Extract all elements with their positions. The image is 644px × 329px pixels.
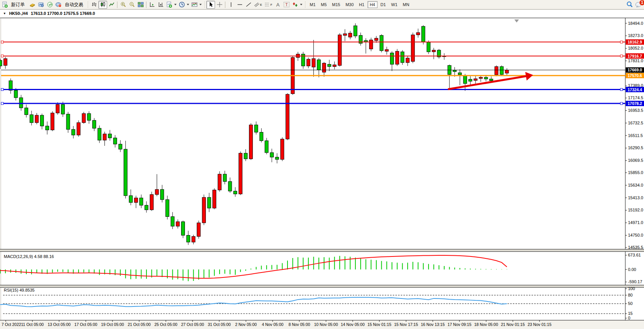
toolbar-separator xyxy=(117,2,117,8)
timeframe-button-m1[interactable]: M1 xyxy=(307,1,318,8)
search-button[interactable] xyxy=(625,1,634,9)
line-chart-mode-button[interactable] xyxy=(107,1,116,9)
text-label-tool-button[interactable]: T xyxy=(282,1,291,9)
channel-tool-button[interactable]: E xyxy=(253,1,263,9)
toolbar-grip[interactable] xyxy=(204,2,205,8)
price-tick-label: 15634.0 xyxy=(628,183,643,187)
chart-window[interactable]: 18494.018273.018052.017831.017610.017389… xyxy=(0,10,644,329)
bear-candle-body xyxy=(490,79,493,81)
timeframe-button-h1[interactable]: H1 xyxy=(357,1,367,8)
time-axis-label: 13 Oct 05:00 xyxy=(48,322,71,327)
bull-candle-body xyxy=(4,59,7,66)
timeframe-button-m5[interactable]: M5 xyxy=(319,1,329,8)
main-toolbar: 新订单 自动交易 xyxy=(0,0,644,10)
line-handle[interactable] xyxy=(1,102,3,105)
line-handle[interactable] xyxy=(1,41,3,43)
line-handle[interactable] xyxy=(1,89,3,91)
fibo-letter: F xyxy=(270,3,272,6)
vertical-line-tool-button[interactable] xyxy=(226,1,235,9)
timeframe-button-m15[interactable]: M15 xyxy=(330,1,342,8)
signals-button[interactable] xyxy=(45,1,54,9)
pane-splitter[interactable] xyxy=(0,285,644,287)
line-handle[interactable] xyxy=(1,55,3,57)
chart-canvas[interactable]: 18494.018273.018052.017831.017610.017389… xyxy=(0,10,644,329)
time-axis-label: 23 Nov 01:15 xyxy=(528,322,552,327)
bear-candle-body xyxy=(223,174,226,181)
bull-candle-body xyxy=(505,70,509,73)
timeframe-button-w1[interactable]: W1 xyxy=(389,1,400,8)
bear-candle-body xyxy=(380,35,383,51)
label-tool-letter: T xyxy=(284,2,289,7)
candlestick-mode-button[interactable] xyxy=(98,1,107,9)
bear-candle-body xyxy=(61,105,64,114)
timeframe-button-m30[interactable]: M30 xyxy=(343,1,356,8)
bull-candle-body xyxy=(348,33,352,37)
bear-candle-body xyxy=(119,144,122,149)
fibonacci-tool-button[interactable]: F xyxy=(263,1,273,9)
crosshair-tool-button[interactable] xyxy=(215,1,224,9)
price-tick-label: 17831.0 xyxy=(628,58,643,63)
trendline-tool-button[interactable] xyxy=(244,1,253,9)
text-tool-letter: A xyxy=(276,2,279,8)
price-tag-label: 17669.0 xyxy=(628,68,642,72)
new-order-button[interactable]: 新订单 xyxy=(1,1,28,9)
bar-chart-icon xyxy=(91,2,97,8)
auto-scroll-button[interactable] xyxy=(148,1,156,9)
toolbar-grip[interactable] xyxy=(87,2,88,8)
line-handle[interactable] xyxy=(620,89,623,91)
price-tick-label: 18494.0 xyxy=(628,21,643,26)
timeframe-button-d1[interactable]: D1 xyxy=(378,1,388,8)
toolbar-grip[interactable] xyxy=(305,2,306,8)
time-axis-label: 25 Oct 05:00 xyxy=(154,322,177,327)
timeframe-button-h4[interactable]: H4 xyxy=(368,1,377,8)
templates-button[interactable] xyxy=(190,1,203,9)
chart-shift-button[interactable] xyxy=(156,1,165,9)
price-tick-label: 15413.0 xyxy=(628,195,643,200)
bull-candle-body xyxy=(411,35,414,61)
market-watch-button[interactable] xyxy=(28,1,37,9)
timeframe-button-mn[interactable]: MN xyxy=(400,1,411,8)
macd-axis-label: -590.17 xyxy=(628,279,642,284)
new-order-icon xyxy=(2,2,8,8)
zoom-out-button[interactable] xyxy=(127,1,136,9)
auto-trading-button[interactable]: 自动交易 xyxy=(54,1,86,9)
arrows-tool-button[interactable] xyxy=(291,1,304,9)
time-axis-label: 31 Oct 05:00 xyxy=(208,322,231,327)
time-axis-label: 2 Nov 05:00 xyxy=(235,322,257,327)
bear-candle-body xyxy=(228,182,232,191)
bear-candle-body xyxy=(9,81,12,90)
chart-ohlc-values: 17613.0 17700.0 17575.5 17669.0 xyxy=(31,11,95,16)
bear-candle-body xyxy=(260,132,263,140)
bear-candle-body xyxy=(265,141,268,153)
price-tick-label: 16290.5 xyxy=(628,145,643,150)
new-chart-button[interactable] xyxy=(165,1,178,9)
bear-candle-body xyxy=(427,42,430,52)
crosshair-icon xyxy=(217,2,223,8)
period-button[interactable] xyxy=(178,1,190,9)
bear-candle-body xyxy=(129,196,133,203)
tile-windows-button[interactable] xyxy=(136,1,145,9)
strategy-tester-button[interactable] xyxy=(37,1,45,9)
collapse-triangle-icon[interactable]: ▼ xyxy=(3,12,6,15)
bear-candle-body xyxy=(181,222,185,235)
time-axis-label: 15 Nov 01:15 xyxy=(368,322,392,327)
line-handle[interactable] xyxy=(620,41,623,43)
bar-chart-mode-button[interactable] xyxy=(90,1,98,9)
tile-windows-icon xyxy=(138,2,144,8)
bear-candle-body xyxy=(113,138,117,144)
line-handle[interactable] xyxy=(620,102,623,105)
bear-candle-body xyxy=(0,60,2,66)
text-tool-button[interactable]: A xyxy=(273,1,282,9)
new-order-label: 新订单 xyxy=(9,2,27,8)
bull-candle-body xyxy=(474,79,477,80)
signal-icon xyxy=(47,2,53,8)
bear-candle-body xyxy=(145,205,148,210)
cursor-tool-button[interactable] xyxy=(206,1,215,9)
horizontal-line-tool-button[interactable] xyxy=(235,1,244,9)
pane-splitter[interactable] xyxy=(0,249,644,252)
notifications-button[interactable]: 1 xyxy=(634,1,643,9)
candlestick-icon xyxy=(100,2,106,8)
bull-candle-body xyxy=(333,65,336,66)
zoom-in-button[interactable] xyxy=(119,1,127,9)
line-handle[interactable] xyxy=(620,55,623,57)
